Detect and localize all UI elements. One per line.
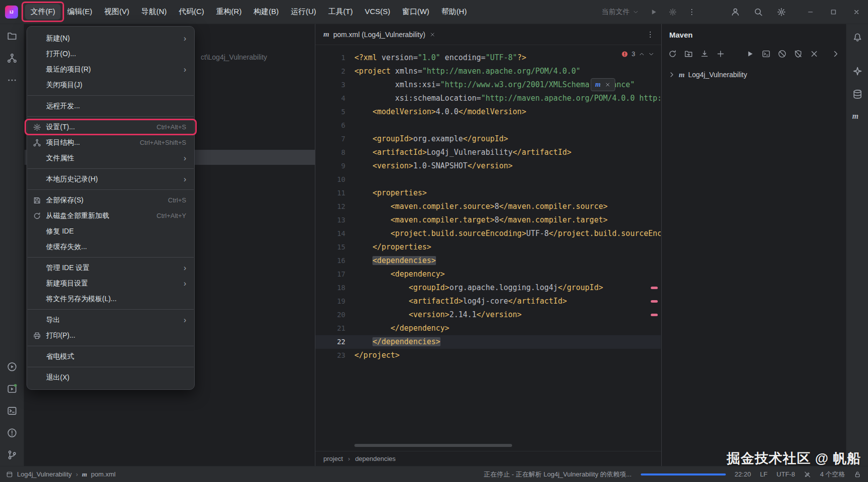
menubar-item-7[interactable]: 构建(B)	[248, 4, 284, 20]
code-line[interactable]: <project.build.sourceEncoding>UTF-8</pro…	[315, 227, 661, 240]
run-settings-icon[interactable]	[669, 8, 677, 16]
minimize-button[interactable]	[799, 0, 822, 24]
file-menu-item[interactable]: 文件属性›	[27, 150, 194, 166]
git-branch-icon[interactable]	[7, 450, 17, 460]
line-number[interactable]: 20	[322, 308, 345, 322]
editor-tabs-more-icon[interactable]	[646, 31, 654, 39]
shield-off-icon[interactable]	[794, 50, 802, 58]
code-line[interactable]: <?xml version="1.0" encoding="UTF-8"?>	[315, 51, 661, 65]
file-menu-item[interactable]: 本地历史记录(H)›	[27, 171, 194, 187]
no-entry-icon[interactable]	[778, 50, 786, 58]
menubar-item-9[interactable]: 工具(T)	[322, 4, 358, 20]
bell-icon[interactable]	[852, 32, 862, 42]
line-number[interactable]: 9	[322, 159, 345, 173]
maximize-button[interactable]	[822, 0, 845, 24]
breadcrumb-dependencies[interactable]: dependencies	[355, 455, 395, 462]
more-actions-icon[interactable]	[688, 8, 696, 16]
code-line[interactable]: </dependencies>	[315, 335, 661, 349]
run-circle-icon[interactable]	[7, 362, 17, 372]
search-everywhere-icon[interactable]	[754, 8, 763, 17]
breadcrumb-project[interactable]: project	[323, 455, 343, 462]
download-icon[interactable]	[700, 50, 709, 58]
line-number[interactable]: 4	[322, 92, 345, 105]
menubar-item-2[interactable]: 编辑(E)	[62, 4, 98, 20]
prev-error-icon[interactable]	[639, 51, 645, 57]
line-number[interactable]: 21	[322, 322, 345, 335]
menubar-item-5[interactable]: 代码(C)	[173, 4, 210, 20]
line-number[interactable]: 14	[322, 227, 345, 240]
file-menu-item[interactable]: 项目结构...Ctrl+Alt+Shift+S	[27, 135, 194, 150]
file-menu-item[interactable]: 管理 IDE 设置›	[27, 260, 194, 276]
file-menu-item[interactable]: 远程开发...	[27, 98, 194, 114]
file-menu-item[interactable]: 修复 IDE	[27, 223, 194, 239]
line-number[interactable]: 11	[322, 186, 345, 200]
menubar-item-6[interactable]: 重构(R)	[211, 4, 247, 20]
maven-reload-overlay[interactable]: m	[591, 78, 615, 91]
horizontal-scrollbar[interactable]	[354, 444, 512, 447]
line-number[interactable]: 6	[322, 119, 345, 132]
line-number[interactable]: 5	[322, 105, 345, 119]
readonly-toggle-icon[interactable]	[804, 471, 811, 478]
ai-icon[interactable]	[852, 66, 862, 76]
indent-setting[interactable]: 4 个空格	[820, 470, 845, 479]
file-menu-item[interactable]: 关闭项目(J)	[27, 77, 194, 93]
services-icon[interactable]	[7, 384, 17, 394]
code-line[interactable]: <artifactId>Log4j_Vulnerability</artifac…	[315, 146, 661, 159]
code-line[interactable]: </project>	[315, 349, 661, 362]
code-line[interactable]: <groupId>org.apache.logging.log4j</group…	[315, 281, 661, 295]
menubar-item-12[interactable]: 帮助(H)	[436, 4, 473, 20]
code-line[interactable]: <version>2.14.1</version>	[315, 308, 661, 322]
file-encoding[interactable]: UTF-8	[776, 470, 795, 478]
lock-icon[interactable]	[854, 471, 861, 478]
more-icon[interactable]	[7, 75, 17, 85]
menubar-item-4[interactable]: 导航(N)	[136, 4, 172, 20]
maven-tree-root[interactable]: m Log4j_Vulnerability	[662, 67, 846, 82]
code-line[interactable]: xsi:schemaLocation="http://maven.apache.…	[315, 92, 661, 105]
line-number[interactable]: 3	[322, 78, 345, 92]
status-project-name[interactable]: Log4j_Vulnerability	[17, 470, 72, 478]
file-menu-item[interactable]: 将文件另存为模板(L)...	[27, 291, 194, 307]
file-menu-item[interactable]: 打开(O)...	[27, 46, 194, 62]
file-menu-item[interactable]: 新建(N)›	[27, 31, 194, 46]
code-line[interactable]: xmlns:xsi="http://www.w3.org/2001/XMLSch…	[315, 78, 661, 92]
chevron-right-icon[interactable]	[831, 50, 840, 58]
file-menu-item[interactable]: 导出›	[27, 312, 194, 328]
file-menu-item[interactable]: 使缓存失效...	[27, 239, 194, 255]
file-menu-item[interactable]: 省电模式	[27, 349, 194, 364]
line-number[interactable]: 7	[322, 132, 345, 146]
line-number[interactable]: 18	[322, 281, 345, 295]
close-icon[interactable]	[605, 82, 611, 88]
caret-position[interactable]: 22:20	[735, 470, 751, 478]
line-number[interactable]: 17	[322, 268, 345, 281]
run-button-icon[interactable]	[650, 8, 658, 16]
code-line[interactable]	[315, 173, 661, 186]
line-number[interactable]: 2	[322, 65, 345, 78]
line-number[interactable]: 15	[322, 240, 345, 254]
code-line[interactable]: <dependency>	[315, 268, 661, 281]
file-menu-item[interactable]: 从磁盘全部重新加载Ctrl+Alt+Y	[27, 208, 194, 223]
database-icon[interactable]	[852, 89, 862, 99]
code-line[interactable]: <modelVersion>4.0.0</modelVersion>	[315, 105, 661, 119]
line-number[interactable]: 13	[322, 213, 345, 227]
file-menu-item[interactable]: 打印(P)...	[27, 328, 194, 343]
editor-code[interactable]: <?xml version="1.0" encoding="UTF-8"?><p…	[315, 51, 661, 362]
collapse-icon[interactable]	[810, 50, 818, 58]
file-menu-item[interactable]: 退出(X)	[27, 370, 194, 385]
line-number[interactable]: 19	[322, 295, 345, 308]
editor-gutter[interactable]: 1234567891011121314151617181920212223	[322, 51, 345, 362]
line-number[interactable]: 22	[322, 335, 345, 349]
close-button[interactable]	[845, 0, 868, 24]
terminal-icon[interactable]	[7, 406, 17, 416]
reload-folder-icon[interactable]	[684, 50, 693, 58]
maven-icon[interactable]: m	[852, 112, 862, 122]
line-number[interactable]: 16	[322, 254, 345, 268]
plus-icon[interactable]	[716, 50, 725, 58]
code-line[interactable]: <maven.compiler.source>8</maven.compiler…	[315, 200, 661, 213]
structure-icon[interactable]	[7, 53, 17, 63]
code-line[interactable]: <artifactId>log4j-core</artifactId>	[315, 295, 661, 308]
inspections-widget[interactable]: 3	[621, 50, 654, 58]
menubar-item-10[interactable]: VCS(S)	[359, 4, 396, 20]
problems-icon[interactable]	[7, 428, 17, 438]
file-menu-item[interactable]: 新建项目设置›	[27, 276, 194, 291]
menubar-item-11[interactable]: 窗口(W)	[396, 4, 435, 20]
